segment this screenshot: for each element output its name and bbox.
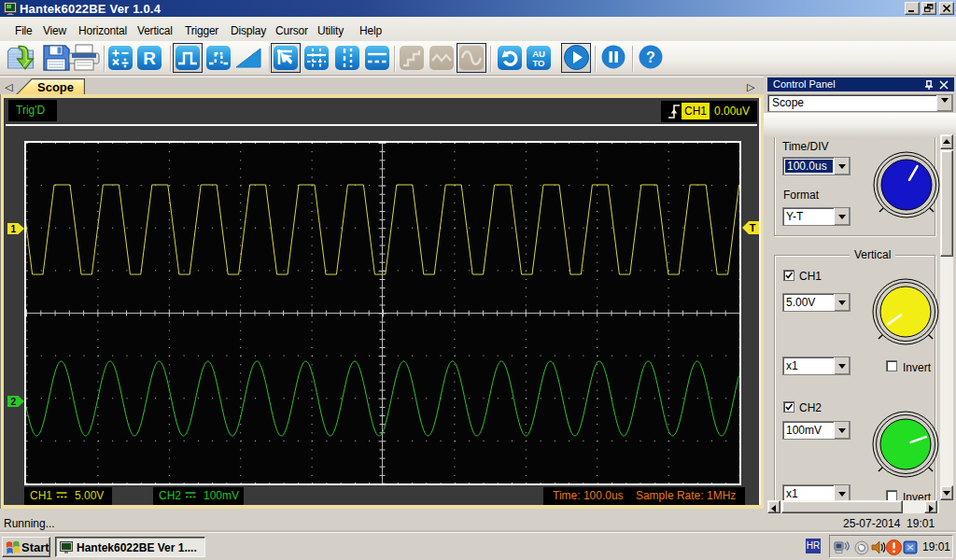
svg-text:R: R <box>143 49 156 68</box>
svg-text:?: ? <box>646 49 655 65</box>
svg-text:2: 2 <box>10 397 16 407</box>
svg-text:T: T <box>750 222 756 233</box>
svg-text:TO: TO <box>532 58 544 68</box>
svg-text:1: 1 <box>10 224 16 234</box>
